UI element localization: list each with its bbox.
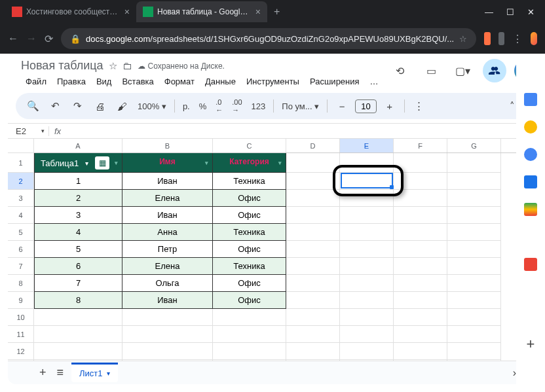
row-header[interactable]: 2 <box>8 173 34 190</box>
cell[interactable] <box>447 292 501 309</box>
cell[interactable] <box>340 258 394 275</box>
keep-icon[interactable] <box>524 120 537 134</box>
cell[interactable] <box>286 343 340 360</box>
cell[interactable]: Иван <box>122 292 213 309</box>
name-box[interactable]: E2▾ <box>12 126 48 136</box>
cell[interactable]: Техника <box>213 173 286 190</box>
cell[interactable] <box>286 224 340 241</box>
add-sheet-button[interactable]: + <box>37 363 49 382</box>
cell[interactable]: 2 <box>34 190 122 207</box>
cell[interactable]: Елена <box>122 190 213 207</box>
extension-icon[interactable] <box>498 32 505 45</box>
all-sheets-button[interactable]: ≡ <box>54 363 67 382</box>
cell[interactable]: Офис <box>213 275 286 292</box>
cell[interactable]: 1 <box>34 173 122 190</box>
get-addons-button[interactable]: + <box>527 336 535 353</box>
sheet-menu-icon[interactable]: ▾ <box>107 370 110 377</box>
cell[interactable] <box>34 343 122 360</box>
cell[interactable] <box>122 326 213 343</box>
cell[interactable]: 7 <box>34 275 122 292</box>
cell[interactable] <box>394 207 447 224</box>
contacts-icon[interactable] <box>524 175 537 188</box>
cell[interactable]: 4 <box>34 224 122 241</box>
move-icon[interactable]: 🗀 <box>122 60 132 71</box>
cell[interactable] <box>286 326 340 343</box>
cell[interactable]: 8 <box>34 292 122 309</box>
share-button[interactable] <box>483 59 506 82</box>
history-button[interactable]: ⟲ <box>388 59 412 82</box>
cell[interactable] <box>286 207 340 224</box>
calendar-icon[interactable] <box>524 93 537 106</box>
row-header[interactable]: 8 <box>8 275 34 292</box>
cell[interactable]: Анна <box>122 224 213 241</box>
currency-button[interactable]: р. <box>180 101 193 111</box>
cell[interactable] <box>122 309 213 326</box>
table-chip[interactable]: Таблица1 ▾ ▦ <box>35 154 115 172</box>
close-icon[interactable]: × <box>124 7 130 17</box>
cell[interactable]: Офис <box>213 292 286 309</box>
cell[interactable] <box>286 153 340 173</box>
cell[interactable] <box>286 190 340 207</box>
cell[interactable] <box>447 207 501 224</box>
cell[interactable] <box>447 309 501 326</box>
cell[interactable] <box>286 173 340 190</box>
cell[interactable] <box>340 275 394 292</box>
zoom-selector[interactable]: 100% ▾ <box>135 101 169 111</box>
cell[interactable] <box>394 343 447 360</box>
new-tab-button[interactable]: + <box>267 3 286 20</box>
row-header[interactable]: 12 <box>8 343 34 360</box>
paint-format-button[interactable]: 🖌 <box>113 97 131 115</box>
cell[interactable]: Иван <box>122 173 213 190</box>
font-selector[interactable]: По ум... ▾ <box>279 101 322 111</box>
cell[interactable] <box>286 275 340 292</box>
percent-button[interactable]: % <box>197 101 210 111</box>
cell[interactable]: Иван <box>122 207 213 224</box>
cell[interactable] <box>447 326 501 343</box>
decrease-decimal-button[interactable]: .0← <box>213 98 225 114</box>
cell[interactable]: Офис <box>213 207 286 224</box>
cell[interactable] <box>447 190 501 207</box>
font-size-input[interactable]: 10 <box>355 99 376 113</box>
menu-view[interactable]: Вид <box>92 74 117 89</box>
cell[interactable] <box>447 224 501 241</box>
cell[interactable] <box>340 241 394 258</box>
tasks-icon[interactable] <box>524 148 537 161</box>
cell[interactable] <box>394 326 447 343</box>
browser-menu-icon[interactable]: ⋮ <box>512 33 523 45</box>
cell[interactable]: Ольга <box>122 275 213 292</box>
cell[interactable] <box>447 258 501 275</box>
menu-insert[interactable]: Вставка <box>117 74 158 89</box>
menu-format[interactable]: Формат <box>160 74 199 89</box>
row-header[interactable]: 7 <box>8 258 34 275</box>
menu-tools[interactable]: Инструменты <box>242 74 304 89</box>
row-header[interactable]: 4 <box>8 207 34 224</box>
document-title[interactable]: Новая таблица <box>21 59 103 73</box>
row-header[interactable]: 6 <box>8 241 34 258</box>
addon-icon[interactable] <box>524 258 537 271</box>
cell[interactable] <box>34 309 122 326</box>
cell[interactable]: Техника <box>213 224 286 241</box>
cell[interactable] <box>340 343 394 360</box>
cell[interactable] <box>447 153 501 173</box>
cell[interactable] <box>213 309 286 326</box>
cell[interactable]: 5 <box>34 241 122 258</box>
reload-button[interactable]: ⟳ <box>45 33 53 45</box>
row-header[interactable]: 1 <box>8 153 34 173</box>
address-bar[interactable]: 🔒 docs.google.com/spreadsheets/d/1SHGxr6… <box>61 28 476 49</box>
minimize-icon[interactable]: — <box>485 7 493 17</box>
cell[interactable] <box>447 343 501 360</box>
close-window-icon[interactable]: ✕ <box>527 7 535 17</box>
cell[interactable]: Елена <box>122 258 213 275</box>
close-icon[interactable]: × <box>255 7 261 17</box>
undo-button[interactable]: ↶ <box>46 97 64 115</box>
cell[interactable] <box>394 241 447 258</box>
cell[interactable] <box>394 275 447 292</box>
menu-extensions[interactable]: Расширения <box>305 74 364 89</box>
table-header-category[interactable]: Категория▾ <box>213 153 286 173</box>
cell[interactable] <box>286 292 340 309</box>
row-header[interactable]: 11 <box>8 326 34 343</box>
menu-edit[interactable]: Правка <box>52 74 90 89</box>
cell[interactable] <box>122 343 213 360</box>
cell[interactable]: Офис <box>213 190 286 207</box>
comments-button[interactable]: ▭ <box>420 59 443 82</box>
